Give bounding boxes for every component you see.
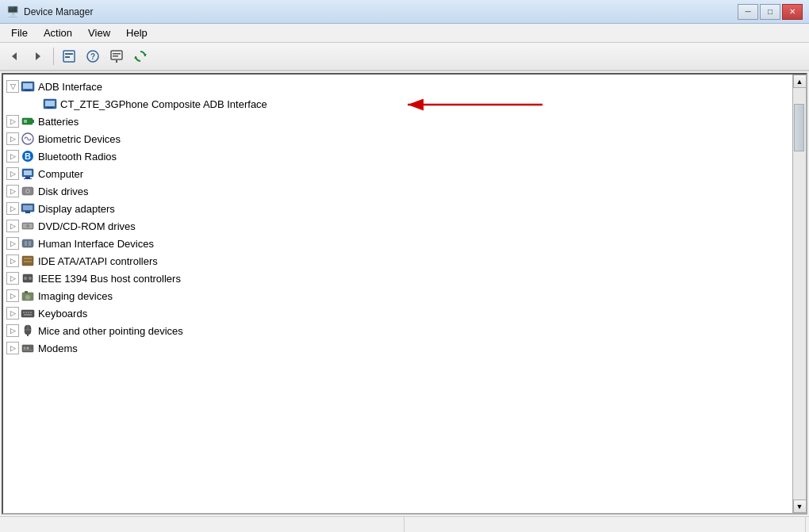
label-mice: Mice and other pointing devices (38, 325, 183, 337)
icon-display (21, 201, 35, 216)
maximize-button[interactable]: □ (760, 4, 780, 20)
svg-marker-1 (36, 52, 40, 60)
svg-rect-3 (65, 53, 73, 55)
tree-pane[interactable]: ▽ ADB Interface (3, 75, 792, 360)
expand-disk[interactable]: ▷ (6, 185, 19, 197)
tree-item-biometric[interactable]: ▷ Biometric Devices (3, 130, 792, 147)
menu-action[interactable]: Action (36, 25, 80, 40)
menu-file[interactable]: File (3, 25, 36, 40)
svg-rect-15 (25, 90, 31, 91)
back-button[interactable] (3, 46, 25, 67)
svg-rect-40 (22, 239, 33, 247)
status-bar (0, 516, 809, 532)
label-hid: Human Interface Devices (38, 238, 154, 250)
menu-bar: File Action View Help (0, 24, 809, 43)
tree-item-hid[interactable]: ▷ Human Interface Devices (3, 235, 792, 252)
svg-rect-18 (47, 107, 53, 109)
properties-button[interactable] (58, 46, 80, 67)
expand-modems[interactable]: ▷ (6, 342, 19, 354)
label-disk: Disk drives (38, 186, 89, 197)
tree-item-display[interactable]: ▷ Display adapters (3, 200, 792, 217)
svg-marker-11 (144, 54, 147, 56)
toolbar-separator-1 (53, 48, 54, 65)
svg-rect-53 (23, 312, 25, 313)
label-bluetooth: Bluetooth Radios (38, 151, 117, 163)
icon-adb (21, 79, 35, 94)
tree-item-ide[interactable]: ▷ IDE ATA/ATAPI controllers (3, 252, 792, 270)
svg-rect-56 (30, 312, 32, 313)
scroll-down-button[interactable]: ▼ (793, 499, 807, 513)
no-expand-ct-zte (29, 98, 41, 110)
close-button[interactable]: ✕ (782, 4, 803, 20)
tree-item-modems[interactable]: ▷ Modems (3, 339, 792, 357)
tree-item-keyboards[interactable]: ▷ Keyboards (3, 304, 792, 322)
expand-imaging[interactable]: ▷ (6, 289, 19, 302)
icon-modems (21, 341, 35, 355)
forward-button[interactable] (27, 46, 49, 67)
status-pane-right (404, 517, 806, 532)
svg-rect-29 (25, 177, 30, 178)
label-adb-interface: ADB Interface (38, 81, 102, 93)
svg-marker-0 (12, 52, 17, 60)
minimize-button[interactable]: ─ (738, 4, 758, 20)
tree-item-batteries[interactable]: ▷ Batteries (3, 113, 792, 130)
menu-help[interactable]: Help (118, 25, 155, 40)
icon-hid (21, 236, 35, 251)
icon-bluetooth: B (21, 149, 35, 163)
tree-item-ieee[interactable]: ▷ IEEE 1394 Bus host controllers (3, 270, 792, 287)
svg-rect-35 (23, 205, 33, 210)
svg-rect-54 (25, 312, 27, 313)
expand-ieee[interactable]: ▷ (6, 272, 19, 285)
label-imaging: Imaging devices (38, 290, 113, 302)
icon-disk (21, 184, 35, 198)
tree-item-mice[interactable]: ▷ Mice and other pointing devices (3, 322, 792, 339)
refresh-button[interactable] (129, 46, 151, 67)
expand-ide[interactable]: ▷ (6, 255, 19, 267)
window-title: Device Manager (24, 6, 93, 17)
title-bar-buttons: ─ □ ✕ (738, 4, 803, 20)
icon-dvd (21, 219, 35, 233)
expand-batteries[interactable]: ▷ (6, 115, 19, 128)
scroll-track[interactable] (793, 88, 806, 499)
svg-marker-12 (134, 56, 137, 59)
expand-mice[interactable]: ▷ (6, 324, 19, 337)
expand-computer[interactable]: ▷ (6, 167, 19, 180)
expand-display[interactable]: ▷ (6, 202, 19, 215)
svg-rect-14 (23, 83, 33, 89)
expand-bluetooth[interactable]: ▷ (6, 150, 19, 163)
title-bar-left: 🖥️ Device Manager (6, 6, 93, 18)
tree-item-imaging[interactable]: ▷ Imaging devices (3, 287, 792, 304)
expand-keyboards[interactable]: ▷ (6, 307, 19, 320)
scroll-up-button[interactable]: ▲ (793, 75, 807, 88)
expand-adb[interactable]: ▽ (6, 80, 19, 93)
svg-rect-23 (24, 120, 27, 123)
tree-item-ct-zte-wrapper: CT_ZTE_3GPhone Composite ADB Interface (3, 95, 792, 113)
menu-view[interactable]: View (80, 25, 118, 40)
svg-point-33 (27, 190, 29, 192)
tree-item-bluetooth[interactable]: ▷ B Bluetooth Radios (3, 147, 792, 165)
svg-point-48 (29, 277, 32, 280)
status-pane-left (3, 517, 404, 532)
svg-text:?: ? (90, 52, 95, 61)
tree-item-dvd[interactable]: ▷ DVD/CD-ROM drives (3, 217, 792, 235)
svg-rect-30 (24, 178, 32, 179)
label-computer: Computer (38, 168, 83, 180)
expand-biometric[interactable]: ▷ (6, 132, 19, 145)
scroll-thumb[interactable] (794, 104, 804, 151)
scrollbar: ▲ ▼ (792, 75, 806, 513)
svg-point-63 (24, 347, 26, 350)
tree-item-disk[interactable]: ▷ Disk drives (3, 182, 792, 200)
svg-rect-8 (113, 53, 121, 55)
svg-rect-9 (113, 55, 118, 57)
tree-item-computer[interactable]: ▷ Computer (3, 165, 792, 182)
tree-item-adb-interface[interactable]: ▽ ADB Interface (3, 78, 792, 95)
svg-rect-28 (24, 170, 32, 175)
help-button[interactable]: ? (82, 46, 104, 67)
label-batteries: Batteries (38, 116, 79, 128)
collapse-button[interactable] (105, 46, 128, 67)
expand-hid[interactable]: ▷ (6, 237, 19, 250)
tree-item-ct-zte[interactable]: CT_ZTE_3GPhone Composite ADB Interface (3, 95, 792, 113)
expand-dvd[interactable]: ▷ (6, 220, 19, 232)
icon-mice (21, 323, 35, 338)
label-biometric: Biometric Devices (38, 133, 121, 145)
